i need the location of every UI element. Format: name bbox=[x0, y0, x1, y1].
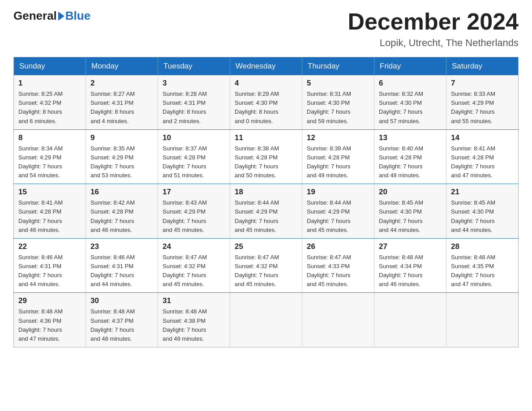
day-info: Sunrise: 8:25 AM Sunset: 4:32 PM Dayligh… bbox=[18, 90, 63, 124]
day-of-week-header: Thursday bbox=[302, 57, 374, 76]
day-number: 11 bbox=[235, 133, 297, 142]
day-number: 12 bbox=[307, 133, 369, 142]
day-number: 27 bbox=[379, 242, 442, 251]
day-info: Sunrise: 8:37 AM Sunset: 4:28 PM Dayligh… bbox=[163, 145, 207, 179]
calendar-table: SundayMondayTuesdayWednesdayThursdayFrid… bbox=[13, 57, 519, 347]
day-info: Sunrise: 8:33 AM Sunset: 4:29 PM Dayligh… bbox=[451, 90, 495, 124]
day-info: Sunrise: 8:48 AM Sunset: 4:34 PM Dayligh… bbox=[379, 254, 423, 287]
calendar-day-cell: 12 Sunrise: 8:39 AM Sunset: 4:28 PM Dayl… bbox=[302, 129, 374, 184]
calendar-day-cell: 5 Sunrise: 8:31 AM Sunset: 4:30 PM Dayli… bbox=[302, 75, 374, 129]
calendar-day-cell: 21 Sunrise: 8:45 AM Sunset: 4:30 PM Dayl… bbox=[446, 184, 519, 239]
calendar-day-cell: 31 Sunrise: 8:48 AM Sunset: 4:38 PM Dayl… bbox=[158, 293, 230, 347]
day-number: 8 bbox=[18, 133, 81, 142]
page-header: General Blue December 2024 Lopik, Utrech… bbox=[13, 9, 519, 49]
calendar-day-cell: 25 Sunrise: 8:47 AM Sunset: 4:32 PM Dayl… bbox=[230, 238, 302, 293]
day-info: Sunrise: 8:38 AM Sunset: 4:28 PM Dayligh… bbox=[235, 145, 279, 179]
calendar-day-cell: 29 Sunrise: 8:48 AM Sunset: 4:36 PM Dayl… bbox=[14, 293, 86, 347]
title-area: December 2024 Lopik, Utrecht, The Nether… bbox=[348, 9, 519, 49]
calendar-day-cell: 11 Sunrise: 8:38 AM Sunset: 4:28 PM Dayl… bbox=[230, 129, 302, 184]
day-info: Sunrise: 8:43 AM Sunset: 4:29 PM Dayligh… bbox=[163, 199, 207, 233]
day-number: 13 bbox=[379, 133, 442, 142]
day-info: Sunrise: 8:31 AM Sunset: 4:30 PM Dayligh… bbox=[307, 90, 351, 124]
calendar-day-cell: 23 Sunrise: 8:46 AM Sunset: 4:31 PM Dayl… bbox=[86, 238, 158, 293]
calendar-day-cell: 20 Sunrise: 8:45 AM Sunset: 4:30 PM Dayl… bbox=[374, 184, 446, 239]
logo-blue-text: Blue bbox=[65, 9, 90, 23]
day-number: 18 bbox=[235, 188, 297, 197]
day-of-week-header: Saturday bbox=[446, 57, 519, 76]
day-info: Sunrise: 8:46 AM Sunset: 4:31 PM Dayligh… bbox=[90, 254, 135, 287]
day-of-week-header: Friday bbox=[374, 57, 446, 76]
day-number: 16 bbox=[90, 188, 153, 197]
calendar-week-row: 29 Sunrise: 8:48 AM Sunset: 4:36 PM Dayl… bbox=[14, 293, 519, 347]
day-number: 14 bbox=[451, 133, 514, 142]
day-number: 17 bbox=[163, 188, 225, 197]
day-info: Sunrise: 8:48 AM Sunset: 4:35 PM Dayligh… bbox=[451, 254, 495, 287]
day-of-week-header: Monday bbox=[86, 57, 158, 76]
day-info: Sunrise: 8:29 AM Sunset: 4:30 PM Dayligh… bbox=[235, 90, 279, 124]
day-info: Sunrise: 8:27 AM Sunset: 4:31 PM Dayligh… bbox=[90, 90, 135, 124]
logo: General Blue bbox=[13, 9, 90, 23]
calendar-day-cell: 27 Sunrise: 8:48 AM Sunset: 4:34 PM Dayl… bbox=[374, 238, 446, 293]
calendar-day-cell: 13 Sunrise: 8:40 AM Sunset: 4:28 PM Dayl… bbox=[374, 129, 446, 184]
calendar-week-row: 22 Sunrise: 8:46 AM Sunset: 4:31 PM Dayl… bbox=[14, 238, 519, 293]
day-number: 9 bbox=[90, 133, 153, 142]
day-number: 21 bbox=[451, 188, 514, 197]
day-info: Sunrise: 8:47 AM Sunset: 4:32 PM Dayligh… bbox=[235, 254, 279, 287]
day-info: Sunrise: 8:35 AM Sunset: 4:29 PM Dayligh… bbox=[90, 145, 135, 179]
calendar-day-cell: 3 Sunrise: 8:28 AM Sunset: 4:31 PM Dayli… bbox=[158, 75, 230, 129]
calendar-day-cell: 4 Sunrise: 8:29 AM Sunset: 4:30 PM Dayli… bbox=[230, 75, 302, 129]
day-info: Sunrise: 8:42 AM Sunset: 4:28 PM Dayligh… bbox=[90, 199, 135, 233]
day-number: 7 bbox=[451, 79, 514, 88]
day-of-week-header: Sunday bbox=[14, 57, 86, 76]
day-info: Sunrise: 8:48 AM Sunset: 4:38 PM Dayligh… bbox=[163, 308, 207, 342]
day-number: 6 bbox=[379, 79, 442, 88]
day-info: Sunrise: 8:47 AM Sunset: 4:32 PM Dayligh… bbox=[163, 254, 207, 287]
day-info: Sunrise: 8:32 AM Sunset: 4:30 PM Dayligh… bbox=[379, 90, 423, 124]
day-of-week-header: Tuesday bbox=[158, 57, 230, 76]
day-number: 5 bbox=[307, 79, 369, 88]
calendar-day-cell bbox=[302, 293, 374, 347]
logo-arrow-icon bbox=[58, 12, 64, 21]
day-of-week-header: Wednesday bbox=[230, 57, 302, 76]
calendar-day-cell: 8 Sunrise: 8:34 AM Sunset: 4:29 PM Dayli… bbox=[14, 129, 86, 184]
calendar-day-cell bbox=[446, 293, 519, 347]
day-info: Sunrise: 8:34 AM Sunset: 4:29 PM Dayligh… bbox=[18, 145, 63, 179]
day-number: 4 bbox=[235, 79, 297, 88]
calendar-week-row: 8 Sunrise: 8:34 AM Sunset: 4:29 PM Dayli… bbox=[14, 129, 519, 184]
calendar-day-cell: 2 Sunrise: 8:27 AM Sunset: 4:31 PM Dayli… bbox=[86, 75, 158, 129]
day-number: 28 bbox=[451, 242, 514, 251]
day-number: 3 bbox=[163, 79, 225, 88]
day-number: 31 bbox=[163, 296, 225, 305]
calendar-day-cell: 18 Sunrise: 8:44 AM Sunset: 4:29 PM Dayl… bbox=[230, 184, 302, 239]
calendar-week-row: 15 Sunrise: 8:41 AM Sunset: 4:28 PM Dayl… bbox=[14, 184, 519, 239]
calendar-day-cell: 19 Sunrise: 8:44 AM Sunset: 4:29 PM Dayl… bbox=[302, 184, 374, 239]
day-number: 1 bbox=[18, 79, 81, 88]
day-number: 2 bbox=[90, 79, 153, 88]
day-info: Sunrise: 8:40 AM Sunset: 4:28 PM Dayligh… bbox=[379, 145, 423, 179]
day-info: Sunrise: 8:47 AM Sunset: 4:33 PM Dayligh… bbox=[307, 254, 351, 287]
day-info: Sunrise: 8:28 AM Sunset: 4:31 PM Dayligh… bbox=[163, 90, 207, 124]
month-title: December 2024 bbox=[348, 9, 519, 34]
calendar-day-cell bbox=[230, 293, 302, 347]
calendar-day-cell: 22 Sunrise: 8:46 AM Sunset: 4:31 PM Dayl… bbox=[14, 238, 86, 293]
day-info: Sunrise: 8:41 AM Sunset: 4:28 PM Dayligh… bbox=[18, 199, 63, 233]
calendar-day-cell: 7 Sunrise: 8:33 AM Sunset: 4:29 PM Dayli… bbox=[446, 75, 519, 129]
day-info: Sunrise: 8:44 AM Sunset: 4:29 PM Dayligh… bbox=[235, 199, 279, 233]
calendar-day-cell: 26 Sunrise: 8:47 AM Sunset: 4:33 PM Dayl… bbox=[302, 238, 374, 293]
day-info: Sunrise: 8:41 AM Sunset: 4:28 PM Dayligh… bbox=[451, 145, 495, 179]
calendar-day-cell bbox=[374, 293, 446, 347]
calendar-header-row: SundayMondayTuesdayWednesdayThursdayFrid… bbox=[14, 57, 519, 76]
calendar-day-cell: 16 Sunrise: 8:42 AM Sunset: 4:28 PM Dayl… bbox=[86, 184, 158, 239]
calendar-day-cell: 1 Sunrise: 8:25 AM Sunset: 4:32 PM Dayli… bbox=[14, 75, 86, 129]
day-info: Sunrise: 8:44 AM Sunset: 4:29 PM Dayligh… bbox=[307, 199, 351, 233]
day-number: 19 bbox=[307, 188, 369, 197]
day-number: 24 bbox=[163, 242, 225, 251]
day-info: Sunrise: 8:45 AM Sunset: 4:30 PM Dayligh… bbox=[379, 199, 423, 233]
calendar-day-cell: 10 Sunrise: 8:37 AM Sunset: 4:28 PM Dayl… bbox=[158, 129, 230, 184]
day-number: 15 bbox=[18, 188, 81, 197]
day-info: Sunrise: 8:48 AM Sunset: 4:37 PM Dayligh… bbox=[90, 308, 135, 342]
calendar-day-cell: 14 Sunrise: 8:41 AM Sunset: 4:28 PM Dayl… bbox=[446, 129, 519, 184]
day-number: 20 bbox=[379, 188, 442, 197]
day-number: 10 bbox=[163, 133, 225, 142]
day-info: Sunrise: 8:46 AM Sunset: 4:31 PM Dayligh… bbox=[18, 254, 63, 287]
